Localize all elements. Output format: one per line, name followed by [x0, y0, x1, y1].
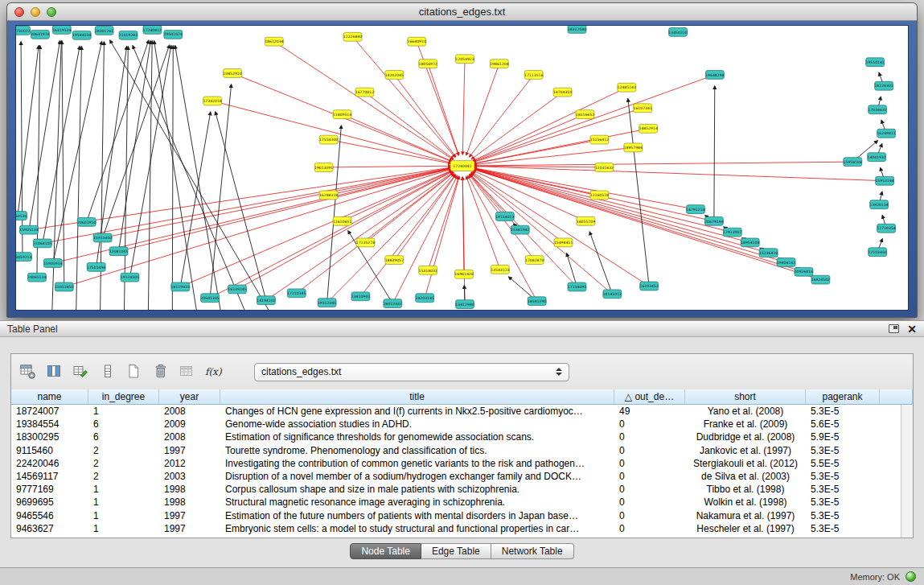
graph-edge[interactable] — [473, 169, 803, 272]
graph-edge[interactable] — [29, 41, 60, 230]
table-cell[interactable]: Estimation of significance thresholds fo… — [220, 431, 614, 443]
table-cell[interactable]: 2012 — [159, 457, 220, 470]
import-table-button[interactable] — [177, 361, 198, 382]
column-header[interactable]: △ out_de… — [614, 389, 685, 405]
table-cell[interactable]: Tibbo et al. (1998) — [685, 483, 806, 496]
table-cell[interactable]: 19384554 — [11, 418, 88, 431]
table-cell[interactable]: 1998 — [159, 483, 220, 496]
table-cell[interactable]: 1 — [88, 522, 159, 535]
graph-edge[interactable] — [175, 45, 220, 310]
edit-table-button[interactable] — [71, 361, 92, 382]
graph-edge[interactable] — [462, 59, 465, 154]
table-cell[interactable]: Structural magnetic resonance image aver… — [220, 496, 614, 509]
table-cell[interactable]: 0 — [614, 496, 685, 509]
graph-edge[interactable] — [394, 175, 456, 260]
column-header[interactable]: name — [11, 389, 88, 405]
graph-edge[interactable] — [474, 129, 648, 163]
graph-edge[interactable] — [133, 46, 244, 310]
table-cell[interactable]: 14569117 — [11, 470, 88, 483]
graph-edge[interactable] — [76, 47, 82, 310]
table-cell[interactable]: 5.3E-5 — [806, 470, 880, 483]
table-cell[interactable]: 6 — [88, 418, 159, 431]
table-cell[interactable]: 0 — [614, 470, 685, 483]
close-panel-icon[interactable]: ✕ — [907, 323, 917, 335]
table-cell[interactable]: 1 — [88, 483, 159, 496]
new-column-button[interactable] — [124, 361, 145, 382]
network-canvas[interactable]: 1724004112054923180569721420204516770012… — [15, 25, 909, 311]
graph-edge[interactable] — [474, 162, 852, 166]
table-cell[interactable]: Estimation of the future numbers of pati… — [220, 509, 614, 522]
table-cell[interactable]: 1997 — [159, 444, 220, 457]
table-cell[interactable]: 18300295 — [11, 431, 88, 443]
table-cell[interactable]: Hescheler et al. (1997) — [685, 522, 806, 535]
graph-edge[interactable] — [103, 168, 452, 238]
table-cell[interactable]: 0 — [614, 457, 685, 470]
graph-edge[interactable] — [470, 75, 534, 157]
table-settings-button[interactable] — [18, 361, 39, 382]
table-cell[interactable]: 49 — [614, 405, 685, 418]
graph-edge[interactable] — [125, 47, 129, 310]
table-cell[interactable]: Disruption of a novel member of a sodium… — [220, 470, 614, 483]
graph-edge[interactable] — [172, 46, 173, 310]
graph-edge[interactable] — [110, 40, 269, 310]
table-cell[interactable]: 5.5E-5 — [806, 457, 880, 470]
zoom-window-button[interactable] — [47, 7, 56, 17]
network-table-selector[interactable]: citations_edges.txt — [254, 363, 569, 381]
graph-edge[interactable] — [327, 174, 455, 303]
table-cell[interactable]: Tourette syndrome. Phenomenology and cla… — [220, 444, 614, 457]
table-cell[interactable]: Wolkin et al. (1998) — [685, 496, 806, 509]
graph-edge[interactable] — [352, 37, 455, 158]
minimize-window-button[interactable] — [31, 7, 40, 17]
table-cell[interactable]: 0 — [614, 444, 685, 457]
column-header[interactable]: title — [220, 389, 614, 405]
table-cell[interactable]: Stergiakouli et al. (2012) — [685, 457, 806, 470]
network-graph[interactable]: 1724004112054923180569721420204516770012… — [16, 26, 908, 310]
table-cell[interactable]: 2008 — [159, 405, 220, 418]
table-row[interactable]: 1938455462009Genome-wide association stu… — [11, 418, 913, 431]
table-cell[interactable]: 0 — [614, 483, 685, 496]
tab-network-table[interactable]: Network Table — [491, 543, 574, 559]
graph-edge[interactable] — [343, 114, 453, 161]
graph-edge[interactable] — [324, 166, 451, 167]
graph-edge[interactable] — [474, 168, 696, 210]
graph-edge[interactable] — [210, 84, 232, 299]
table-row[interactable]: 1872400712008Changes of HCN gene express… — [11, 405, 913, 418]
table-cell[interactable]: 5.6E-5 — [806, 418, 880, 431]
graph-edge[interactable] — [62, 41, 64, 287]
table-row[interactable]: 969969511998Structural magnetic resonanc… — [11, 496, 913, 509]
table-cell[interactable]: Corpus callosum shape and size in male p… — [220, 483, 614, 496]
table-cell[interactable]: 22420046 — [11, 457, 88, 470]
graph-edge[interactable] — [474, 168, 733, 232]
table-cell[interactable]: Genome-wide association studies in ADHD. — [220, 418, 614, 431]
graph-edge[interactable] — [428, 64, 458, 155]
graph-edge[interactable] — [470, 175, 505, 216]
table-cell[interactable]: 2 — [88, 457, 159, 470]
table-cell[interactable]: 9699695 — [11, 496, 88, 509]
table-cell[interactable]: Dudbridge et al. (2008) — [685, 431, 806, 443]
table-cell[interactable]: Investigating the contribution of common… — [220, 457, 614, 470]
table-cell[interactable]: 1998 — [159, 496, 220, 509]
table-cell[interactable]: 0 — [614, 418, 685, 431]
graph-edge[interactable] — [21, 42, 23, 257]
table-cell[interactable]: 1 — [88, 405, 159, 418]
graph-edge[interactable] — [466, 64, 499, 155]
close-window-button[interactable] — [14, 7, 24, 17]
graph-edge[interactable] — [714, 86, 715, 221]
table-cell[interactable]: 0 — [614, 509, 685, 522]
column-header[interactable]: pagerank — [806, 389, 880, 405]
graph-edge[interactable] — [43, 46, 80, 243]
graph-edge[interactable] — [473, 108, 643, 163]
table-cell[interactable]: Jankovic et al. (1997) — [685, 444, 806, 457]
table-cell[interactable]: 2 — [88, 470, 159, 483]
table-row[interactable]: 946362711997Embryonic stem cells: a mode… — [11, 522, 913, 535]
table-cell[interactable]: 2003 — [159, 470, 220, 483]
table-cell[interactable]: 18724007 — [11, 405, 88, 418]
graph-edge[interactable] — [103, 45, 170, 238]
table-cell[interactable]: Embryonic stem cells: a model to study s… — [220, 522, 614, 535]
graph-edge[interactable] — [180, 112, 211, 287]
tab-edge-table[interactable]: Edge Table — [421, 543, 491, 559]
table-cell[interactable]: 5.3E-5 — [806, 405, 880, 418]
table-cell[interactable]: 2008 — [159, 431, 220, 443]
table-cell[interactable]: Franke et al. (2009) — [685, 418, 806, 431]
table-cell[interactable]: 0 — [614, 431, 685, 443]
